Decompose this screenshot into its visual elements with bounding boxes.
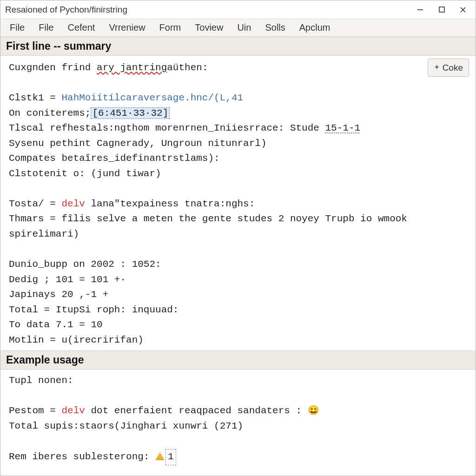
- code-line[interactable]: Motlin = u(irecririfan): [9, 333, 467, 348]
- code-line[interactable]: Dedig ; 101 = 101 +·: [9, 272, 467, 288]
- menu-toview[interactable]: Toview: [188, 20, 230, 35]
- code-line[interactable]: Tupl nonen:: [9, 373, 467, 389]
- section-header-example: Example usage: [0, 350, 476, 370]
- spellcheck-wavy: ary jantring: [97, 62, 167, 73]
- menu-apclum[interactable]: Apclum: [293, 20, 337, 35]
- code-line[interactable]: Cuxgnden frind ary jantringaüthen:: [9, 60, 467, 76]
- code-line[interactable]: spirelimari): [9, 227, 467, 242]
- code-line[interactable]: [9, 242, 467, 258]
- menu-solls[interactable]: Solls: [258, 20, 291, 35]
- code-line[interactable]: [9, 181, 467, 197]
- content-block-example: Tupl nonen: Pestom = delv dot enerfaient…: [0, 370, 476, 469]
- code-line[interactable]: Compates betaîres_idefinantrstlams):: [9, 151, 467, 166]
- app-window: Resaioned of Pychon/finirstring File Fil…: [0, 0, 476, 476]
- cursor-caret: 1: [165, 449, 176, 465]
- minimize-button[interactable]: [410, 1, 431, 19]
- menu-file-2[interactable]: File: [32, 20, 60, 35]
- code-line[interactable]: Tosta/ = delv lana"texpainess tnatra:ngh…: [9, 197, 467, 212]
- menu-vrreniew[interactable]: Vrreniew: [102, 20, 152, 35]
- window-title: Resaioned of Pychon/finirstring: [5, 5, 410, 15]
- code-line[interactable]: Pestom = delv dot enerfaient reaqpaced s…: [9, 403, 467, 419]
- code-line[interactable]: Japinays 20 ,-1 +: [9, 287, 467, 303]
- code-line[interactable]: [9, 76, 467, 91]
- menu-cefent[interactable]: Cefent: [61, 20, 101, 35]
- section-header-summary: First line -- summary: [0, 37, 476, 56]
- menu-form[interactable]: Form: [153, 20, 188, 35]
- titlebar: Resaioned of Pychon/finirstring: [0, 0, 476, 19]
- coke-button[interactable]: ✦ Coke: [428, 59, 469, 77]
- code-line[interactable]: Sysenu pethint Cagnerady, Ungroun nitunr…: [9, 136, 467, 152]
- code-line[interactable]: Clstk1 = HahMoiítílcaraversage.hnc/(L,41: [9, 91, 467, 106]
- menu-file-1[interactable]: File: [3, 20, 31, 35]
- menu-uin[interactable]: Uin: [231, 20, 258, 35]
- code-line[interactable]: Tlscal refhestals:ngthom morenrnen_Iniie…: [9, 121, 467, 136]
- code-line[interactable]: Total supis:staors(Jinghari xunwri (271): [9, 419, 467, 434]
- maximize-button[interactable]: [431, 1, 452, 19]
- coke-button-label: Coke: [443, 61, 463, 74]
- code-line[interactable]: Clstotenit o: (jund tiwar): [9, 166, 467, 182]
- code-line[interactable]: [9, 434, 467, 450]
- code-line[interactable]: To data 7.1 = 10: [9, 317, 467, 333]
- code-line[interactable]: On coniterems;[6:451·33·32]: [9, 106, 467, 121]
- code-line[interactable]: Thmars = fîlis selve a meten the gente s…: [9, 212, 467, 227]
- code-line[interactable]: [9, 389, 467, 404]
- code-line[interactable]: Rem iberes sublesterong: 1: [9, 449, 467, 465]
- code-line[interactable]: Total = ItupSi roph: inquuad:: [9, 303, 467, 318]
- wand-icon: ✦: [434, 62, 440, 73]
- warning-icon: [155, 452, 165, 460]
- code-line[interactable]: Dunio_bupp on 2002 : 1052:: [9, 257, 467, 272]
- smiley-icon: 😀: [308, 405, 319, 416]
- close-button[interactable]: [452, 1, 474, 19]
- selection-highlight: [6:451·33·32]: [91, 107, 170, 119]
- menubar: File File Cefent Vrreniew Form Toview Ui…: [0, 19, 476, 37]
- content-block-summary: ✦ Coke Cuxgnden frind ary jantringaüthen…: [0, 56, 476, 350]
- svg-rect-1: [439, 7, 444, 12]
